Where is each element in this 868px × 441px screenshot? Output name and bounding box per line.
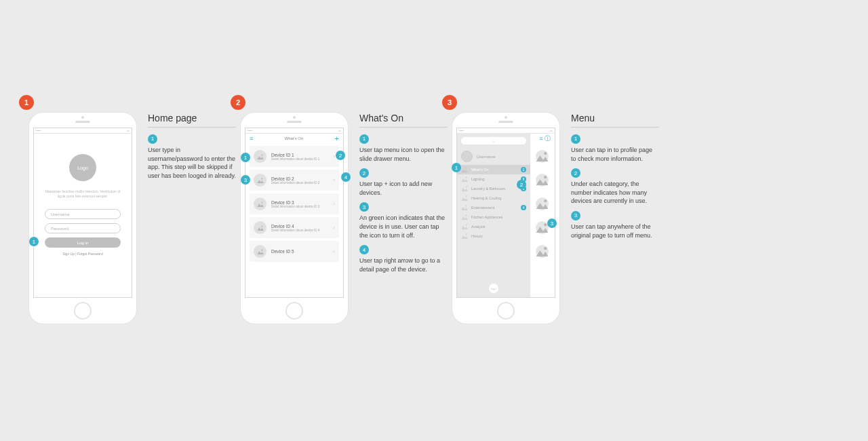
svg-point-17 xyxy=(544,223,547,226)
behind-header-icons[interactable]: ≡ ⓘ xyxy=(530,134,555,143)
device-row[interactable]: Device ID 3Detail information about devi… xyxy=(250,193,339,214)
callout-2: 2 xyxy=(336,151,345,160)
username-field[interactable]: Username xyxy=(45,209,121,219)
drawer-item[interactable]: Heating & Cooling xyxy=(457,193,530,203)
device-thumb-icon xyxy=(254,197,267,210)
svg-marker-22 xyxy=(461,178,468,182)
note-badge: 1 xyxy=(359,134,369,144)
drawer-item[interactable]: Kitchen Appliances xyxy=(457,212,530,222)
count-badge: 4 xyxy=(521,205,526,210)
category-icon xyxy=(461,233,468,239)
section-title: Menu xyxy=(571,113,659,128)
drawer-item-label: Kitchen Appliances xyxy=(471,215,502,219)
svg-marker-8 xyxy=(257,251,264,254)
chevron-right-icon[interactable]: › xyxy=(333,248,335,254)
device-subtitle: Detail information about device ID 1 xyxy=(271,157,333,161)
phone-mock-home: •••••▭ Logo Maecenas faucibus mollis int… xyxy=(28,112,137,324)
section-title: What's On xyxy=(359,113,448,128)
username-label: Username xyxy=(477,155,496,159)
device-thumb-icon xyxy=(536,150,549,163)
drawer-logo: logo xyxy=(489,284,498,293)
device-row[interactable]: Device ID 5› xyxy=(250,241,339,262)
category-icon xyxy=(461,195,468,201)
add-icon[interactable]: + xyxy=(335,134,339,142)
svg-marker-24 xyxy=(461,188,468,191)
svg-marker-10 xyxy=(536,155,549,161)
svg-marker-32 xyxy=(461,226,468,229)
category-icon xyxy=(461,214,468,220)
notes-menu: Menu 1User can tap in to profile page to… xyxy=(571,113,659,245)
svg-point-33 xyxy=(465,225,467,226)
category-icon xyxy=(461,186,468,191)
callout-3: 3 xyxy=(547,218,557,228)
svg-point-31 xyxy=(465,215,467,216)
note-text: User type in username/password to enter … xyxy=(148,146,236,180)
svg-marker-28 xyxy=(461,207,468,210)
device-thumb-icon xyxy=(536,174,549,187)
section-badge: 1 xyxy=(19,95,34,110)
svg-marker-18 xyxy=(536,250,549,256)
device-thumb-icon xyxy=(536,245,549,258)
drawer-item-label: History xyxy=(471,234,483,238)
category-icon xyxy=(461,224,468,229)
device-row[interactable]: Device ID 4Detail information about devi… xyxy=(250,217,339,238)
login-button[interactable]: Log in xyxy=(45,237,121,248)
device-thumb-icon xyxy=(254,245,267,258)
category-icon xyxy=(461,176,468,182)
device-title: Device ID 1 xyxy=(271,153,333,157)
device-thumb-icon xyxy=(254,221,267,234)
svg-marker-26 xyxy=(461,197,468,201)
screen-title: What's On xyxy=(285,136,304,140)
callout-2: 2 xyxy=(517,180,526,189)
note-badge: 4 xyxy=(359,245,369,254)
callout-1: 1 xyxy=(29,237,39,246)
svg-marker-16 xyxy=(536,227,549,233)
note-badge: 3 xyxy=(571,211,580,220)
svg-point-1 xyxy=(261,154,262,155)
drawer-item-label: Heating & Cooling xyxy=(471,196,501,200)
note-badge: 2 xyxy=(359,168,369,178)
drawer-item[interactable]: History xyxy=(457,231,530,241)
search-input[interactable]: ⌕ xyxy=(461,137,526,145)
behind-device-row xyxy=(530,241,552,262)
drawer-item[interactable]: Analysis xyxy=(457,222,530,231)
device-row[interactable]: Device ID 1Detail information about devi… xyxy=(250,146,339,167)
svg-point-9 xyxy=(261,249,262,250)
status-bar: •••••▭ xyxy=(34,128,132,134)
category-icon xyxy=(461,205,468,210)
note-text: User can tap anywhere of the original pa… xyxy=(571,223,659,239)
svg-marker-0 xyxy=(257,156,264,159)
svg-point-21 xyxy=(465,168,467,169)
chevron-right-icon[interactable]: › xyxy=(333,225,335,231)
drawer-item-label: Lighting xyxy=(471,177,484,181)
drawer-item[interactable]: What's On2 xyxy=(457,165,530,174)
svg-point-13 xyxy=(544,176,547,178)
note-badge: 1 xyxy=(571,134,580,144)
chevron-right-icon[interactable]: › xyxy=(333,153,335,159)
device-row[interactable]: Device ID 2Detail information about devi… xyxy=(250,170,339,191)
notes-home: Home page 1 User type in username/passwo… xyxy=(148,113,236,185)
behind-device-row xyxy=(530,146,552,167)
password-field[interactable]: Password xyxy=(45,223,121,233)
note-text: User can tap in to profile page to check… xyxy=(571,146,659,163)
svg-marker-20 xyxy=(461,169,468,172)
phone-mock-menu: •••••▭ ≡ ⓘ ⌕ Username What's On2Lighting… xyxy=(452,112,560,324)
drawer-menu: ⌕ Username What's On2Lighting8Laundry & … xyxy=(457,134,530,297)
notes-whatson: What's On 1User tap menu icon to open th… xyxy=(359,113,448,279)
svg-marker-30 xyxy=(461,216,468,220)
note-text: User tap menu icon to open the slide dra… xyxy=(359,146,448,163)
hamburger-icon[interactable]: ≡ xyxy=(250,135,253,142)
drawer-item[interactable]: Entertainment4 xyxy=(457,203,530,212)
callout-1: 1 xyxy=(452,163,461,172)
status-bar: •••••▭ xyxy=(245,128,343,134)
auth-links[interactable]: Sign Up | Forgot Password xyxy=(34,252,132,256)
chevron-right-icon[interactable]: › xyxy=(333,201,335,207)
svg-point-27 xyxy=(465,196,467,197)
profile-link[interactable]: Username xyxy=(457,148,530,165)
chevron-right-icon[interactable]: › xyxy=(333,177,335,183)
device-title: Device ID 5 xyxy=(271,249,333,254)
svg-point-23 xyxy=(465,177,467,178)
note-text: User tap + icon to add new devices. xyxy=(359,180,448,197)
device-thumb-icon xyxy=(536,197,549,210)
callout-4: 4 xyxy=(341,172,351,182)
